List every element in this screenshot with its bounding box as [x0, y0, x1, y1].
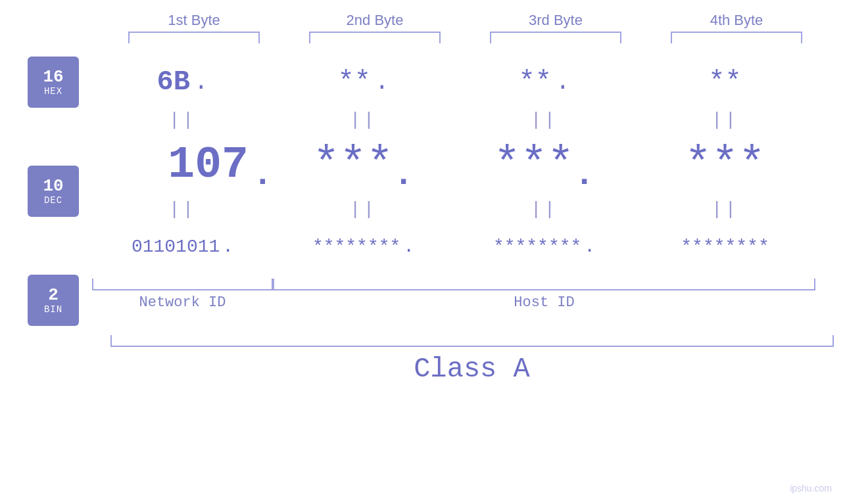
- class-label: Class A: [110, 354, 834, 385]
- byte1-header: 1st Byte: [115, 12, 273, 29]
- dec-byte1: 107: [168, 139, 248, 190]
- eq1-b2: ||: [273, 110, 454, 130]
- bin-badge: 2 BIN: [28, 275, 79, 326]
- bin-dot3: .: [584, 237, 595, 257]
- eq1-b3: ||: [454, 110, 635, 130]
- hex-byte3: **: [518, 66, 551, 98]
- equals-row-1: || || || ||: [92, 108, 815, 131]
- bin-byte2: ********: [312, 237, 400, 257]
- byte3-header: 3rd Byte: [477, 12, 635, 29]
- eq2-b1: ||: [92, 199, 273, 219]
- byte-headers-row: 1st Byte 2nd Byte 3rd Byte 4th Byte: [104, 12, 827, 29]
- watermark: ipshu.com: [790, 483, 832, 493]
- bracket-host: [273, 279, 815, 290]
- hex-dot1: .: [194, 69, 208, 96]
- hex-badge: 16 HEX: [28, 57, 79, 108]
- eq2-b3: ||: [454, 199, 635, 219]
- hex-byte1: 6B: [157, 66, 189, 98]
- dec-dot1: .: [253, 156, 273, 195]
- hex-byte2: **: [337, 66, 370, 98]
- bracket-byte2: [309, 32, 441, 43]
- dec-badge: 10 DEC: [28, 166, 79, 217]
- top-bracket-row: [104, 32, 827, 43]
- bottom-brackets: [92, 279, 815, 290]
- hex-dot3: .: [556, 69, 570, 96]
- bin-dot2: .: [403, 237, 414, 257]
- byte2-header: 2nd Byte: [296, 12, 454, 29]
- dec-byte4: ***: [685, 139, 765, 190]
- eq1-b1: ||: [92, 110, 273, 130]
- main-container: 1st Byte 2nd Byte 3rd Byte 4th Byte 16 H…: [0, 0, 845, 504]
- dec-byte2: ***: [313, 139, 393, 190]
- hex-base-num: 16: [43, 68, 63, 87]
- hex-byte4: **: [708, 66, 741, 98]
- outer-bracket: [110, 335, 834, 347]
- dec-base-num: 10: [43, 177, 63, 196]
- bin-value-row: 01101011 . ******** . ******** . *******…: [92, 221, 815, 272]
- bin-byte3: ********: [493, 237, 581, 257]
- bracket-byte3: [490, 32, 621, 43]
- network-id-label: Network ID: [92, 294, 273, 311]
- hex-value-row: 6B . ** . ** . **: [92, 57, 815, 108]
- bottom-labels: Network ID Host ID: [92, 294, 815, 311]
- dec-byte3: ***: [494, 139, 574, 190]
- bracket-byte1: [128, 32, 260, 43]
- hex-dot2: .: [375, 69, 389, 96]
- host-id-label: Host ID: [273, 294, 815, 311]
- bin-byte4: ********: [681, 237, 769, 257]
- values-grid: 6B . ** . ** . ** || || ||: [92, 57, 845, 311]
- eq2-b2: ||: [273, 199, 454, 219]
- bin-base-num: 2: [48, 286, 59, 305]
- hex-base-label: HEX: [44, 86, 62, 97]
- dec-dot2: .: [393, 156, 414, 195]
- bin-byte1: 01101011: [132, 237, 220, 257]
- equals-row-2: || || || ||: [92, 197, 815, 221]
- bracket-network: [92, 279, 273, 290]
- dec-value-row: 107 . *** . *** . ***: [92, 131, 815, 197]
- main-grid: 16 HEX 10 DEC 2 BIN 6B . **: [0, 57, 845, 326]
- base-badges: 16 HEX 10 DEC 2 BIN: [28, 57, 79, 326]
- bracket-byte4: [671, 32, 802, 43]
- eq2-b4: ||: [635, 199, 815, 219]
- bin-base-label: BIN: [44, 304, 62, 315]
- eq1-b4: ||: [635, 110, 815, 130]
- dec-dot3: .: [574, 156, 594, 195]
- dec-base-label: DEC: [44, 195, 62, 206]
- bin-dot1: .: [222, 237, 233, 257]
- byte4-header: 4th Byte: [658, 12, 815, 29]
